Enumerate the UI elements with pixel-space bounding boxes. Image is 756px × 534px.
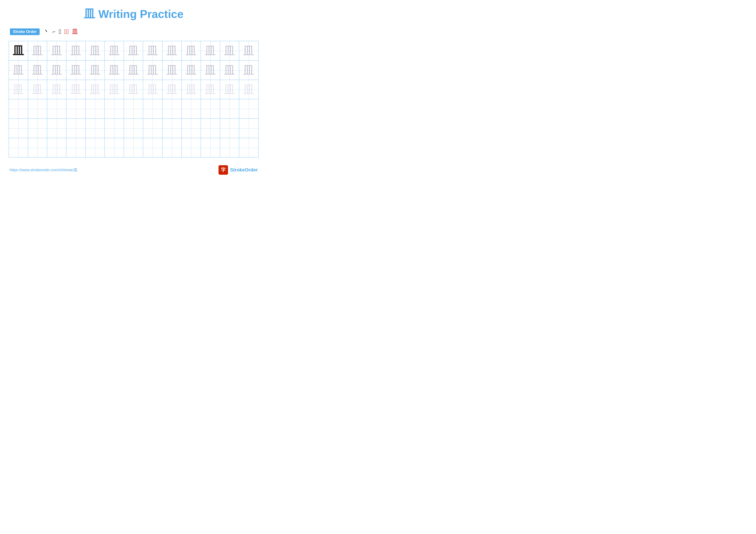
grid-cell <box>162 99 182 118</box>
grid-cell <box>9 138 28 157</box>
title-area: 皿 Writing Practice <box>9 7 258 21</box>
grid-row-2: 皿皿皿皿皿皿皿皿皿皿皿皿皿 <box>9 61 258 80</box>
grid-cell: 皿 <box>143 61 162 80</box>
stroke-step-2: ⌐ <box>53 28 56 35</box>
grid-cell <box>143 119 162 138</box>
grid-cell: 皿 <box>9 61 28 80</box>
grid-cell <box>28 119 47 138</box>
footer: https://www.strokeorder.com/chinese/皿 字 … <box>9 165 258 175</box>
stroke-step-4: 皿̲ <box>64 28 69 35</box>
grid-cell <box>182 119 201 138</box>
grid-cell: 皿 <box>239 80 258 99</box>
grid-row-1: 皿皿皿皿皿皿皿皿皿皿皿皿皿 <box>9 41 258 61</box>
grid-cell <box>201 119 220 138</box>
grid-cell <box>28 99 47 118</box>
grid-cell <box>105 119 124 138</box>
brand-icon: 字 <box>219 165 228 175</box>
grid-cell: 皿 <box>28 41 47 60</box>
stroke-step-1: 丶 <box>43 28 50 36</box>
grid-cell: 皿 <box>47 61 67 80</box>
grid-row-6 <box>9 138 258 157</box>
grid-cell <box>67 138 86 157</box>
grid-cell: 皿 <box>220 41 239 60</box>
grid-cell: 皿 <box>86 41 105 60</box>
grid-cell <box>47 99 67 118</box>
grid-cell: 皿 <box>239 61 258 80</box>
grid-cell: 皿 <box>86 80 105 99</box>
stroke-steps: 丶 ⌐ 𠃑 皿̲ 皿 <box>43 28 78 36</box>
grid-cell <box>86 99 105 118</box>
grid-cell <box>143 99 162 118</box>
grid-cell <box>220 99 239 118</box>
grid-cell: 皿 <box>9 41 28 60</box>
grid-cell: 皿 <box>143 80 162 99</box>
grid-cell: 皿 <box>201 41 220 60</box>
title-character: 皿 <box>84 7 95 21</box>
grid-cell <box>124 119 143 138</box>
grid-cell: 皿 <box>67 80 86 99</box>
grid-cell <box>182 138 201 157</box>
grid-cell <box>67 99 86 118</box>
grid-row-4 <box>9 99 258 119</box>
grid-cell <box>86 119 105 138</box>
grid-cell: 皿 <box>67 61 86 80</box>
grid-cell: 皿 <box>105 61 124 80</box>
grid-cell: 皿 <box>9 80 28 99</box>
grid-cell: 皿 <box>220 61 239 80</box>
grid-cell <box>47 138 67 157</box>
grid-cell <box>220 138 239 157</box>
grid-cell <box>143 138 162 157</box>
grid-row-5 <box>9 119 258 138</box>
grid-cell <box>239 138 258 157</box>
grid-cell: 皿 <box>220 80 239 99</box>
grid-cell: 皿 <box>201 61 220 80</box>
grid-cell: 皿 <box>28 80 47 99</box>
grid-cell: 皿 <box>105 80 124 99</box>
grid-cell <box>162 119 182 138</box>
grid-cell <box>239 99 258 118</box>
grid-cell: 皿 <box>162 41 182 60</box>
grid-row-3: 皿皿皿皿皿皿皿皿皿皿皿皿皿 <box>9 80 258 99</box>
footer-url: https://www.strokeorder.com/chinese/皿 <box>10 167 78 172</box>
page-title: Writing Practice <box>98 8 184 20</box>
grid-cell: 皿 <box>28 61 47 80</box>
grid-cell <box>86 138 105 157</box>
grid-cell <box>47 119 67 138</box>
grid-cell: 皿 <box>182 61 201 80</box>
grid-cell <box>124 138 143 157</box>
grid-cell <box>162 138 182 157</box>
grid-cell <box>201 99 220 118</box>
grid-cell: 皿 <box>47 80 67 99</box>
grid-cell: 皿 <box>124 80 143 99</box>
grid-cell <box>105 138 124 157</box>
grid-cell: 皿 <box>162 80 182 99</box>
grid-cell: 皿 <box>162 61 182 80</box>
grid-cell <box>220 119 239 138</box>
practice-grid: 皿皿皿皿皿皿皿皿皿皿皿皿皿皿皿皿皿皿皿皿皿皿皿皿皿皿皿皿皿皿皿皿皿皿皿皿皿皿皿 <box>9 41 258 158</box>
grid-cell <box>239 119 258 138</box>
stroke-order-badge: Stroke Order <box>10 28 40 35</box>
grid-cell: 皿 <box>143 41 162 60</box>
grid-cell: 皿 <box>86 61 105 80</box>
stroke-order-row: Stroke Order 丶 ⌐ 𠃑 皿̲ 皿 <box>9 28 258 36</box>
footer-brand: 字 StrokeOrder <box>219 165 258 175</box>
grid-cell: 皿 <box>124 61 143 80</box>
grid-cell <box>124 99 143 118</box>
grid-cell <box>182 99 201 118</box>
grid-cell: 皿 <box>105 41 124 60</box>
grid-cell <box>201 138 220 157</box>
grid-cell <box>9 119 28 138</box>
stroke-step-3: 𠃑 <box>59 28 61 35</box>
grid-cell: 皿 <box>182 80 201 99</box>
grid-cell: 皿 <box>239 41 258 60</box>
grid-cell: 皿 <box>201 80 220 99</box>
grid-cell <box>9 99 28 118</box>
grid-cell <box>105 99 124 118</box>
stroke-step-5: 皿 <box>72 28 78 36</box>
brand-name: StrokeOrder <box>230 167 258 173</box>
grid-cell <box>28 138 47 157</box>
grid-cell: 皿 <box>182 41 201 60</box>
grid-cell: 皿 <box>124 41 143 60</box>
grid-cell: 皿 <box>47 41 67 60</box>
grid-cell <box>67 119 86 138</box>
